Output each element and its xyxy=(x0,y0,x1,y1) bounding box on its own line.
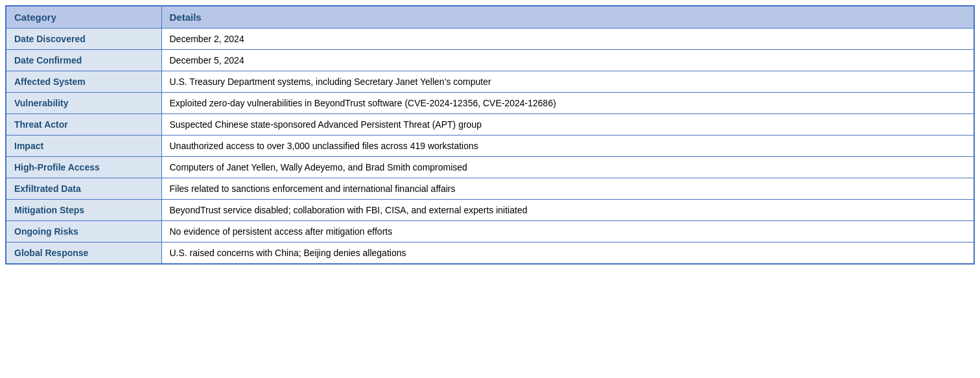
details-cell: U.S. Treasury Department systems, includ… xyxy=(161,71,974,93)
category-cell: High-Profile Access xyxy=(6,157,161,178)
table-row: Ongoing RisksNo evidence of persistent a… xyxy=(6,221,974,242)
header-details: Details xyxy=(161,6,974,29)
category-cell: Date Discovered xyxy=(6,29,161,50)
category-cell: Vulnerability xyxy=(6,93,161,114)
category-cell: Mitigation Steps xyxy=(6,200,161,221)
table-row: Global ResponseU.S. raised concerns with… xyxy=(6,242,974,265)
table-row: Date ConfirmedDecember 5, 2024 xyxy=(6,50,974,71)
table-row: Threat ActorSuspected Chinese state-spon… xyxy=(6,114,974,136)
category-cell: Global Response xyxy=(6,242,161,265)
details-cell: Exploited zero-day vulnerabilities in Be… xyxy=(161,93,974,114)
table-row: High-Profile AccessComputers of Janet Ye… xyxy=(6,157,974,178)
table-row: ImpactUnauthorized access to over 3,000 … xyxy=(6,136,974,157)
table-header-row: Category Details xyxy=(6,6,974,29)
details-cell: December 2, 2024 xyxy=(161,29,974,50)
category-cell: Date Confirmed xyxy=(6,50,161,71)
threat-intel-table: Category Details Date DiscoveredDecember… xyxy=(5,5,975,265)
category-cell: Threat Actor xyxy=(6,114,161,136)
category-cell: Affected System xyxy=(6,71,161,93)
details-cell: Unauthorized access to over 3,000 unclas… xyxy=(161,136,974,157)
category-cell: Exfiltrated Data xyxy=(6,178,161,200)
details-cell: Files related to sanctions enforcement a… xyxy=(161,178,974,200)
details-cell: BeyondTrust service disabled; collaborat… xyxy=(161,200,974,221)
table-row: Mitigation StepsBeyondTrust service disa… xyxy=(6,200,974,221)
table-row: VulnerabilityExploited zero-day vulnerab… xyxy=(6,93,974,114)
table-row: Affected SystemU.S. Treasury Department … xyxy=(6,71,974,93)
header-category: Category xyxy=(6,6,161,29)
category-cell: Ongoing Risks xyxy=(6,221,161,242)
table-row: Date DiscoveredDecember 2, 2024 xyxy=(6,29,974,50)
category-cell: Impact xyxy=(6,136,161,157)
details-cell: December 5, 2024 xyxy=(161,50,974,71)
details-cell: No evidence of persistent access after m… xyxy=(161,221,974,242)
details-cell: Computers of Janet Yellen, Wally Adeyemo… xyxy=(161,157,974,178)
details-cell: U.S. raised concerns with China; Beijing… xyxy=(161,242,974,265)
details-cell: Suspected Chinese state-sponsored Advanc… xyxy=(161,114,974,136)
table-row: Exfiltrated DataFiles related to sanctio… xyxy=(6,178,974,200)
